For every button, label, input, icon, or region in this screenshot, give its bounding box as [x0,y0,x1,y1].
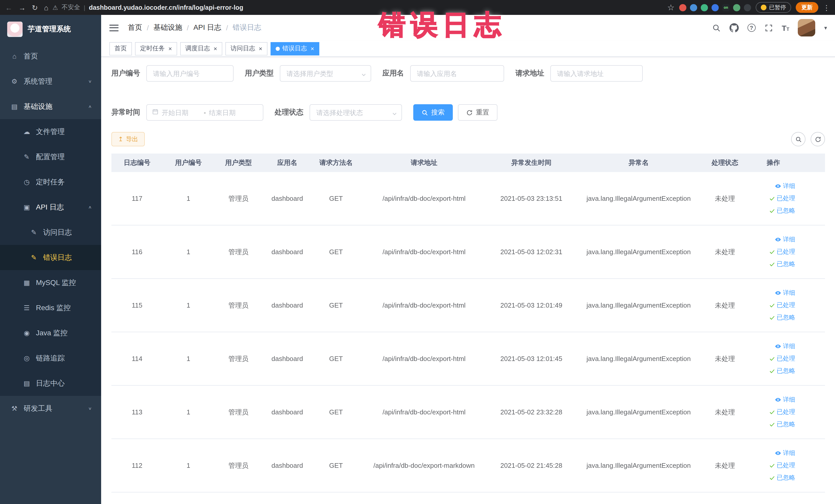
home-icon[interactable]: ⌂ [44,3,48,12]
extension-icon-leaf[interactable] [733,4,740,11]
search-icon[interactable] [712,23,721,32]
sidebar-menu-item[interactable]: ⚒ 研发工具 ∨ [0,396,101,421]
github-icon[interactable] [730,23,739,32]
close-tab-icon[interactable]: × [168,45,172,52]
bookmark-star-icon[interactable]: ☆ [667,3,675,12]
fullscreen-icon[interactable] [765,23,773,32]
proxy-on-icon[interactable]: on [722,4,730,11]
sidebar-menu-item[interactable]: ▤ 日志中心 [0,371,101,396]
breadcrumb-item-1[interactable]: 首页 [128,23,142,32]
cell-exception: java.lang.IllegalArgumentException [575,462,702,469]
sidebar-menu-item[interactable]: ▦ MySQL 监控 [0,270,101,295]
app-name-input[interactable] [410,65,504,82]
sidebar-menu-item[interactable]: ☰ Redis 监控 [0,295,101,320]
refresh-button[interactable] [811,132,825,146]
detail-link[interactable]: 详细 [775,342,795,351]
ignored-link[interactable]: 已忽略 [769,473,795,482]
sidebar-menu-item[interactable]: ⚙ 系统管理 ∨ [0,69,101,94]
detail-link[interactable]: 详细 [775,396,795,404]
help-icon[interactable]: ? [748,24,756,32]
cell-exception: java.lang.IllegalArgumentException [575,408,702,416]
detail-link-label: 详细 [783,235,795,244]
date-range-picker[interactable]: - [146,104,263,121]
tag-view-tab[interactable]: 错误日志 × [270,42,319,55]
vue-devtools-icon[interactable] [701,4,708,11]
address-bar[interactable]: ⚠ 不安全 | dashboard.yudao.iocoder.cn/infra… [53,3,663,12]
sidebar-menu-item[interactable]: ◎ 链路追踪 [0,346,101,371]
sidebar-menu-item[interactable]: ☁ 文件管理 [0,119,101,144]
sidebar-menu-item[interactable]: ▤ 基础设施 ∧ [0,94,101,119]
processed-link[interactable]: 已处理 [769,194,795,203]
reload-icon[interactable]: ↻ [32,3,38,12]
ignored-link[interactable]: 已忽略 [769,367,795,375]
processed-link[interactable]: 已处理 [769,247,795,256]
sidebar-menu-item[interactable]: ✎ 配置管理 [0,144,101,169]
detail-link[interactable]: 详细 [775,235,795,244]
search-button[interactable]: 搜索 [413,104,453,121]
avatar[interactable] [798,19,815,37]
back-icon[interactable]: ← [5,3,12,12]
extension-icons: on [679,4,751,11]
processed-link-label: 已处理 [777,354,795,363]
scheduled-task-icon: ◷ [23,178,31,186]
process-status-select-input[interactable] [309,104,402,121]
font-size-icon[interactable]: TT [782,23,789,32]
sidebar-menu-item[interactable]: ⌂ 首页 [0,44,101,69]
ignored-link[interactable]: 已忽略 [769,260,795,268]
ignored-link[interactable]: 已忽略 [769,206,795,215]
breadcrumb-item-3[interactable]: API 日志 [194,23,222,32]
sidebar-item-label: Java 监控 [36,328,67,338]
close-tab-icon[interactable]: × [213,45,217,52]
processed-link[interactable]: 已处理 [769,301,795,310]
process-status-label: 处理状态 [274,108,303,117]
date-start-input[interactable] [162,108,201,116]
tag-view-tab[interactable]: 访问日志 × [225,42,267,55]
sidebar-menu-item[interactable]: ✎ 错误日志 [0,245,101,270]
user-id-input[interactable] [146,65,233,82]
extension-icon-drop[interactable] [690,4,697,11]
column-header: 日志编号 [111,158,163,167]
close-tab-icon[interactable]: × [259,45,262,52]
sidebar-item-label: 定时任务 [36,177,65,187]
tag-view-tab[interactable]: 定时任务 × [135,42,177,55]
user-type-select-input[interactable] [280,65,371,82]
sidebar-menu-item[interactable]: ◷ 定时任务 [0,169,101,195]
tag-view-tab[interactable]: 调度日志 × [180,42,222,55]
paused-badge[interactable]: 已暂停 [756,2,791,13]
processed-link[interactable]: 已处理 [769,354,795,363]
browser-menu-icon[interactable]: ⋮ [823,3,830,12]
processed-link[interactable]: 已处理 [769,461,795,470]
ignored-link[interactable]: 已忽略 [769,313,795,322]
url-text[interactable]: dashboard.yudao.iocoder.cn/infra/log/api… [89,4,243,11]
breadcrumb-item-2[interactable]: 基础设施 [154,23,182,32]
sidebar-menu-item[interactable]: ◉ Java 监控 [0,320,101,346]
user-type-select[interactable] [280,65,371,82]
date-end-input[interactable] [209,108,248,116]
toggle-search-button[interactable] [791,132,806,146]
detail-link[interactable]: 详细 [775,449,795,458]
extension-icon-red[interactable] [679,4,686,11]
process-status-select[interactable] [309,104,402,121]
ignored-link[interactable]: 已忽略 [769,420,795,429]
processed-link-label: 已处理 [777,247,795,256]
processed-link[interactable]: 已处理 [769,408,795,417]
export-button[interactable]: ↥ 导出 [111,132,145,146]
update-button[interactable]: 更新 [796,2,818,13]
avatar-caret-icon[interactable]: ▾ [824,24,827,31]
sidebar-menu-item[interactable]: ▣ API 日志 ∧ [0,195,101,220]
cell-time: 2021-05-03 12:01:45 [488,355,575,363]
request-url-input[interactable] [550,65,643,82]
hamburger-icon[interactable] [109,24,119,31]
detail-link[interactable]: 详细 [775,288,795,297]
sidebar-menu-item[interactable]: ✎ 访问日志 [0,220,101,245]
detail-link[interactable]: 详细 [775,182,795,190]
tag-view-tab[interactable]: 首页 [109,42,132,55]
app-title: 芋道管理系统 [28,25,71,34]
security-label[interactable]: 不安全 [62,3,80,12]
extension-icon-blue[interactable] [712,4,719,11]
reset-button[interactable]: 重置 [458,104,497,121]
forward-icon[interactable]: → [19,3,26,12]
extension-icon-paw[interactable] [744,4,751,11]
chevron-icon: ∧ [88,104,92,109]
close-tab-icon[interactable]: × [311,45,314,52]
